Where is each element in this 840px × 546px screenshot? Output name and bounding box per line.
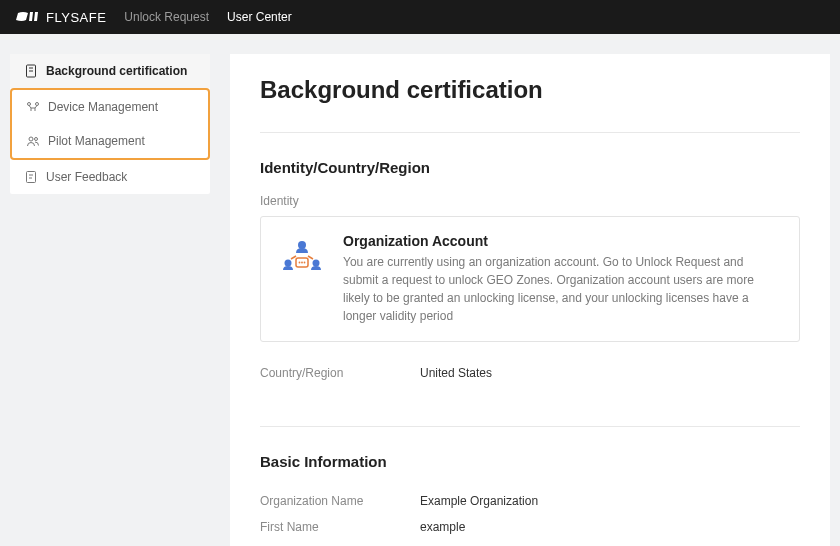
svg-point-16 [304,262,306,264]
basic-val: example [420,520,465,534]
section-heading-basic: Basic Information [260,453,800,470]
nav-unlock-request[interactable]: Unlock Request [124,10,209,24]
basic-row: First Name example [260,514,800,540]
basic-row: Last Name example [260,540,800,546]
svg-point-15 [301,262,303,264]
sidebar-item-user-feedback[interactable]: User Feedback [10,160,210,194]
users-icon [26,134,40,148]
identity-label: Identity [260,194,800,208]
sidebar-item-label: User Feedback [46,170,127,184]
svg-point-14 [299,262,301,264]
basic-val: Example Organization [420,494,538,508]
topbar: FLYSAFE Unlock Request User Center [0,0,840,34]
svg-point-12 [313,260,320,267]
dji-logo-icon [16,10,42,24]
basic-row: Organization Name Example Organization [260,488,800,514]
country-label: Country/Region [260,366,420,380]
organization-icon [279,235,325,281]
svg-point-6 [35,138,38,141]
nav-user-center[interactable]: User Center [227,10,292,24]
svg-line-18 [308,256,313,259]
identity-description: You are currently using an organization … [343,253,781,325]
drone-icon [26,100,40,114]
feedback-icon [24,170,38,184]
country-value: United States [420,366,492,380]
country-row: Country/Region United States [260,360,800,386]
brand-text: FLYSAFE [46,10,106,25]
sidebar-item-label: Device Management [48,100,158,114]
basic-key: First Name [260,520,420,534]
brand-logo: FLYSAFE [16,10,106,25]
identity-card: Organization Account You are currently u… [260,216,800,342]
annotation-highlight: Device Management Pilot Management [10,88,210,160]
sidebar-item-label: Pilot Management [48,134,145,148]
basic-key: Organization Name [260,494,420,508]
svg-rect-7 [27,172,36,183]
sidebar: Background certification Device Manageme… [10,54,210,194]
svg-line-17 [291,256,296,259]
svg-point-4 [36,103,39,106]
svg-point-3 [28,103,31,106]
divider [260,426,800,427]
svg-point-10 [298,241,306,249]
divider [260,132,800,133]
svg-point-5 [29,137,33,141]
section-heading-identity: Identity/Country/Region [260,159,800,176]
sidebar-item-label: Background certification [46,64,187,78]
sidebar-item-background-certification[interactable]: Background certification [10,54,210,88]
sidebar-item-device-management[interactable]: Device Management [12,90,208,124]
sidebar-item-pilot-management[interactable]: Pilot Management [12,124,208,158]
page-title: Background certification [260,76,800,104]
main-content: Background certification Identity/Countr… [230,54,830,546]
certificate-icon [24,64,38,78]
svg-point-11 [285,260,292,267]
identity-title: Organization Account [343,233,781,249]
